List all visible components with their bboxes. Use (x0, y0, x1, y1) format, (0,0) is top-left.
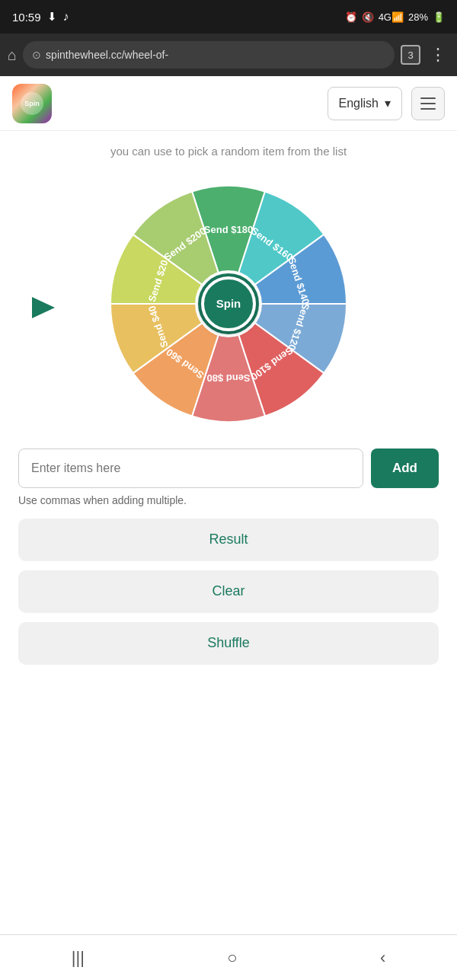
subtitle-text: you can use to pick a random item from t… (0, 131, 457, 167)
signal-icon: 4G📶 (379, 11, 404, 23)
input-hint: Use commas when adding multiple. (18, 494, 439, 506)
battery-icon: 🔋 (433, 11, 445, 23)
bottom-navigation: ||| ○ ‹ (0, 934, 457, 980)
battery-display: 28% (408, 11, 428, 23)
svg-text:Send $180: Send $180 (204, 224, 253, 235)
home-button[interactable]: ⌂ (8, 46, 17, 64)
add-button[interactable]: Add (371, 449, 439, 488)
svg-text:Send $80: Send $80 (206, 372, 250, 383)
language-selector[interactable]: English ▾ (328, 87, 402, 120)
shuffle-button[interactable]: Shuffle (18, 622, 439, 665)
menu-line-3 (420, 108, 436, 110)
browser-bar: ⌂ ⊙ spinthewheel.cc/wheel-of- 3 ⋮ (0, 34, 457, 76)
alarm-icon: ⏰ (345, 11, 357, 23)
nav-back-button[interactable]: ‹ (365, 942, 401, 974)
result-button[interactable]: Result (18, 519, 439, 561)
tiktok-icon: ♪ (63, 10, 69, 24)
logo-inner: Spin (21, 92, 43, 115)
tab-count-badge[interactable]: 3 (401, 45, 420, 65)
action-buttons: Result Clear Shuffle (0, 506, 457, 677)
download-icon: ⬇ (47, 10, 57, 24)
language-label: English (339, 97, 379, 110)
app-logo: Spin (12, 84, 52, 123)
hamburger-menu-button[interactable] (411, 87, 445, 120)
input-row: Add (18, 449, 439, 488)
input-section: Add Use commas when adding multiple. (0, 449, 457, 506)
nav-home-button[interactable]: ○ (212, 942, 252, 974)
mute-icon: 🔇 (362, 11, 374, 23)
chevron-down-icon: ▾ (385, 96, 391, 110)
secure-icon: ⊙ (32, 49, 41, 61)
app-header: Spin English ▾ (0, 76, 457, 131)
menu-line-1 (420, 97, 436, 99)
status-left: 10:59 ⬇ ♪ (12, 10, 69, 24)
url-text: spinthewheel.cc/wheel-of- (46, 49, 385, 61)
time-display: 10:59 (12, 11, 41, 24)
wheel-arrow (32, 297, 55, 318)
nav-recents-button[interactable]: ||| (56, 942, 100, 974)
status-right: ⏰ 🔇 4G📶 28% 🔋 (345, 11, 445, 23)
browser-more-button[interactable]: ⋮ (427, 42, 449, 68)
spin-wheel: Send $180Send $160Send $140Send $120Send… (107, 182, 350, 426)
items-input[interactable] (18, 449, 363, 488)
status-bar: 10:59 ⬇ ♪ ⏰ 🔇 4G📶 28% 🔋 (0, 0, 457, 34)
wheel-container: Send $180Send $160Send $140Send $120Send… (0, 167, 457, 449)
spin-button[interactable]: Spin (201, 276, 256, 331)
menu-line-2 (420, 103, 436, 104)
clear-button[interactable]: Clear (18, 570, 439, 613)
url-bar[interactable]: ⊙ spinthewheel.cc/wheel-of- (23, 41, 395, 69)
